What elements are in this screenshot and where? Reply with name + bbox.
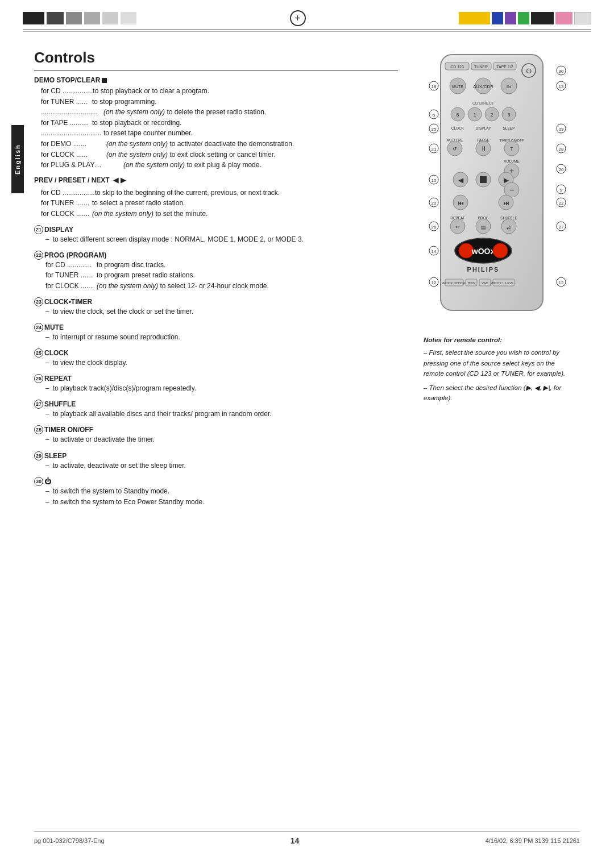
svg-text:⏻: ⏻ bbox=[526, 68, 532, 74]
color-bar bbox=[0, 0, 614, 26]
svg-text:3: 3 bbox=[507, 112, 510, 118]
color-block-4 bbox=[84, 12, 100, 24]
color-block-pink bbox=[555, 12, 572, 24]
notes-title: Notes for remote control: bbox=[424, 335, 571, 345]
demo-item-cd: for CD ................ to stop playback… bbox=[41, 86, 398, 97]
svg-text:18: 18 bbox=[432, 84, 437, 89]
section-demo-stop-clear: DEMO STOP/CLEAR for CD ................ … bbox=[34, 76, 398, 171]
svg-text:TUNER: TUNER bbox=[474, 65, 488, 69]
color-block-black bbox=[531, 12, 554, 24]
circle-29: 29 bbox=[34, 451, 43, 460]
svg-text:BSS: BSS bbox=[468, 281, 475, 285]
svg-text:13: 13 bbox=[559, 84, 564, 89]
svg-text:21: 21 bbox=[432, 147, 437, 152]
section-shuffle: 27 SHUFFLE to playback all available dis… bbox=[34, 400, 398, 420]
demo-item-demo: for DEMO ....... (on the system only) to… bbox=[41, 139, 398, 149]
sleep-title: SLEEP bbox=[44, 452, 67, 460]
svg-text:AUX/CDR: AUX/CDR bbox=[473, 84, 493, 89]
color-block-2 bbox=[47, 12, 64, 24]
circle-23: 23 bbox=[34, 297, 43, 306]
svg-text:6: 6 bbox=[433, 113, 435, 118]
section-prev-preset-next: PREV / PRESET / NEXT ◀ ▶ for CD ........… bbox=[34, 176, 398, 219]
clock-item-1: to view the clock display. bbox=[45, 358, 398, 368]
sleep-item-1: to activate, deactivate or set the sleep… bbox=[45, 460, 398, 471]
circle-25: 25 bbox=[34, 348, 43, 358]
top-rule-line bbox=[23, 30, 591, 30]
svg-text:2: 2 bbox=[490, 112, 493, 118]
svg-text:22: 22 bbox=[559, 201, 564, 206]
svg-text:▤: ▤ bbox=[481, 225, 486, 230]
svg-text:CD DIRECT: CD DIRECT bbox=[472, 101, 495, 105]
footer-page-number: 14 bbox=[291, 836, 300, 845]
section-prog: 22 PROG (PROGRAM) for CD ............. t… bbox=[34, 251, 398, 292]
section-power: 30 ⏻ to switch the system to Standby mod… bbox=[34, 477, 398, 508]
section-display: 21 DISPLAY to select different screen di… bbox=[34, 225, 398, 245]
prev-preset-next-title: PREV / PRESET / NEXT ◀ ▶ bbox=[34, 176, 126, 184]
section-sleep: 29 SLEEP to activate, deactivate or set … bbox=[34, 451, 398, 471]
color-block-5 bbox=[102, 12, 118, 24]
svg-text:SLEEP: SLEEP bbox=[503, 126, 515, 130]
color-block-blue bbox=[492, 12, 503, 24]
color-block-green bbox=[518, 12, 529, 24]
section-repeat: 26 REPEAT to playback track(s)/disc(s)/p… bbox=[34, 374, 398, 394]
svg-text:PHILIPS: PHILIPS bbox=[467, 266, 500, 273]
section-clock-timer: 23 CLOCK•TIMER to view the clock, set th… bbox=[34, 297, 398, 317]
svg-text:28: 28 bbox=[559, 147, 564, 152]
svg-text:1: 1 bbox=[473, 112, 476, 118]
prog-item-clock: for CLOCK ....... (on the system only) t… bbox=[45, 281, 398, 292]
shuffle-item-1: to playback all available discs and thei… bbox=[45, 409, 398, 420]
svg-text:14: 14 bbox=[432, 249, 437, 254]
svg-text:↺: ↺ bbox=[453, 146, 457, 152]
circle-28: 28 bbox=[34, 425, 43, 434]
svg-text:25: 25 bbox=[432, 127, 437, 132]
prev-item-clock: for CLOCK ....... (on the system only) t… bbox=[41, 209, 398, 219]
svg-text:⏮: ⏮ bbox=[458, 200, 464, 206]
demo-item-tape-2: ................................ to rese… bbox=[41, 128, 398, 139]
shuffle-title: SHUFFLE bbox=[44, 400, 76, 408]
section-timer-onoff: 28 TIMER ON/OFF to activate or deactivat… bbox=[34, 425, 398, 445]
svg-text:↩: ↩ bbox=[455, 224, 460, 230]
square-bullet-icon bbox=[102, 78, 107, 83]
repeat-item-1: to playback track(s)/disc(s)/program rep… bbox=[45, 383, 398, 394]
svg-text:26: 26 bbox=[432, 225, 437, 230]
left-column: Controls DEMO STOP/CLEAR for CD ........… bbox=[34, 49, 398, 509]
svg-text:◀: ◀ bbox=[458, 176, 464, 184]
mute-title: MUTE bbox=[44, 323, 64, 331]
prev-item-cd: for CD ................. to skip to the … bbox=[41, 188, 398, 198]
color-bar-center bbox=[136, 10, 459, 26]
prev-item-tuner: for TUNER ....... to select a preset rad… bbox=[41, 198, 398, 209]
footer: pg 001-032/C798/37-Eng 14 4/16/02, 6:39 … bbox=[34, 831, 580, 845]
svg-text:12: 12 bbox=[559, 280, 564, 285]
color-bar-right bbox=[459, 12, 591, 24]
svg-text:6: 6 bbox=[456, 112, 459, 118]
svg-text:20: 20 bbox=[559, 167, 564, 172]
timer-item-1: to activate or deactivate the timer. bbox=[45, 434, 398, 445]
remote-svg: ⏻ CD 123 TUNER TAPE 1/2 MUTE AUX/CDR IS … bbox=[424, 49, 571, 322]
svg-text:wOOx: wOOx bbox=[471, 247, 495, 256]
power-item-2: to switch the system to Eco Power Standb… bbox=[45, 497, 398, 508]
svg-text:12: 12 bbox=[432, 280, 437, 285]
english-sidebar-label: English bbox=[11, 125, 24, 193]
svg-rect-42 bbox=[480, 176, 487, 183]
svg-text:VOLUME: VOLUME bbox=[504, 159, 520, 163]
prog-item-tuner: for TUNER ....... to program preset radi… bbox=[45, 270, 398, 281]
svg-point-63 bbox=[493, 243, 508, 258]
svg-text:27: 27 bbox=[559, 225, 564, 230]
notes-item-2: Then select the desired function (▶, ◀, … bbox=[424, 383, 571, 404]
color-bar-left bbox=[23, 12, 136, 24]
circle-26: 26 bbox=[34, 374, 43, 383]
demo-item-clock: for CLOCK ...... (on the system only) to… bbox=[41, 149, 398, 160]
circle-22: 22 bbox=[34, 251, 43, 260]
svg-text:20: 20 bbox=[432, 201, 437, 206]
crosshair-icon bbox=[290, 10, 306, 26]
mute-item-1: to interrupt or resume sound reproductio… bbox=[45, 332, 398, 343]
svg-text:⏭: ⏭ bbox=[503, 200, 509, 206]
color-block-yellow bbox=[459, 12, 490, 24]
svg-text:30: 30 bbox=[559, 69, 564, 74]
clock-timer-item-1: to view the clock, set the clock or set … bbox=[45, 306, 398, 317]
section-mute: 24 MUTE to interrupt or resume sound rep… bbox=[34, 323, 398, 343]
right-column: ⏻ CD 123 TUNER TAPE 1/2 MUTE AUX/CDR IS … bbox=[409, 49, 586, 509]
notes-section: Notes for remote control: First, select … bbox=[424, 335, 571, 406]
demo-item-tape: for TAPE .......... to stop playback or … bbox=[41, 118, 398, 128]
svg-text:DISPLAY: DISPLAY bbox=[476, 126, 492, 130]
